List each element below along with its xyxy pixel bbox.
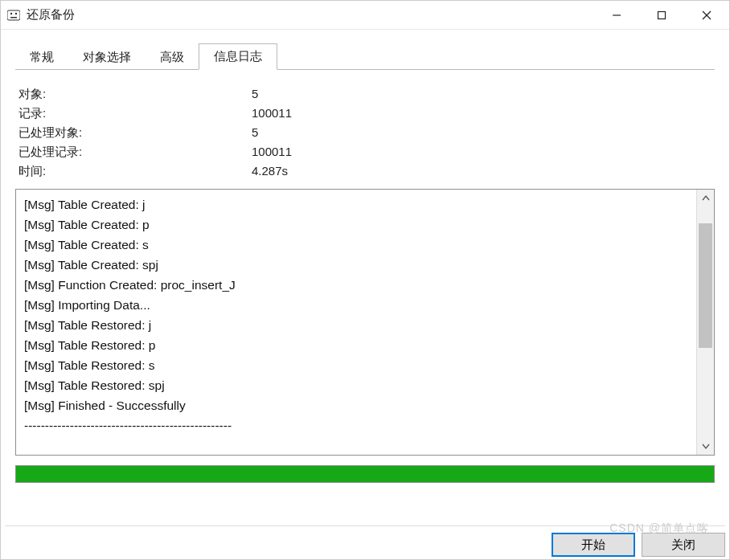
- app-icon: [7, 9, 20, 22]
- tab-message-log[interactable]: 信息日志: [199, 43, 277, 70]
- titlebar: 还原备份: [1, 1, 729, 30]
- log-content[interactable]: [Msg] Table Created: j[Msg] Table Create…: [16, 190, 696, 455]
- close-button[interactable]: 关闭: [642, 533, 725, 557]
- stat-value-objects: 5: [252, 84, 258, 104]
- footer: 开始 关闭: [5, 525, 725, 557]
- close-window-button[interactable]: [684, 1, 729, 29]
- svg-rect-0: [7, 10, 20, 20]
- scroll-up-icon[interactable]: [697, 190, 714, 207]
- scroll-down-icon[interactable]: [697, 437, 714, 455]
- tab-advanced[interactable]: 高级: [146, 45, 199, 70]
- log-box: [Msg] Table Created: j[Msg] Table Create…: [15, 189, 715, 456]
- log-line: [Msg] Table Created: spj: [24, 255, 688, 275]
- scroll-thumb[interactable]: [699, 223, 712, 348]
- stat-row: 记录:100011: [18, 104, 712, 123]
- progress-bar: [15, 465, 715, 483]
- log-line: [Msg] Table Created: p: [24, 215, 688, 235]
- stat-value-records: 100011: [252, 104, 292, 123]
- tab-general[interactable]: 常规: [15, 45, 68, 70]
- log-line: [Msg] Table Restored: spj: [24, 375, 688, 395]
- svg-rect-3: [10, 17, 17, 18]
- log-line: [Msg] Finished - Successfully: [24, 395, 688, 415]
- scroll-track[interactable]: [697, 207, 714, 437]
- stats-panel: 对象:5 记录:100011 已处理对象:5 已处理记录:100011 时间:4…: [15, 70, 715, 189]
- stat-row: 已处理记录:100011: [18, 142, 712, 161]
- log-line: [Msg] Table Restored: p: [24, 335, 688, 355]
- stat-label-processed-records: 已处理记录:: [18, 142, 252, 161]
- log-line: [Msg] Function Created: proc_insert_J: [24, 275, 688, 295]
- svg-point-2: [15, 12, 17, 14]
- log-line: [Msg] Table Restored: s: [24, 355, 688, 375]
- log-line: [Msg] Table Created: s: [24, 235, 688, 255]
- log-line: [Msg] Importing Data...: [24, 295, 688, 315]
- stat-label-time: 时间:: [18, 161, 252, 181]
- start-button[interactable]: 开始: [552, 533, 635, 557]
- scrollbar[interactable]: [696, 190, 714, 455]
- stat-value-processed-objects: 5: [252, 123, 258, 142]
- stat-row: 时间:4.287s: [18, 161, 712, 181]
- log-line: [Msg] Table Created: j: [24, 194, 688, 215]
- minimize-button[interactable]: [594, 1, 639, 29]
- tab-object-selection[interactable]: 对象选择: [68, 45, 146, 70]
- stat-label-records: 记录:: [18, 104, 252, 123]
- stat-label-objects: 对象:: [18, 84, 252, 104]
- maximize-button[interactable]: [639, 1, 684, 29]
- log-line: [Msg] Table Restored: j: [24, 315, 688, 335]
- stat-value-processed-records: 100011: [252, 142, 292, 161]
- window-title: 还原备份: [27, 7, 75, 22]
- stat-label-processed-objects: 已处理对象:: [18, 123, 252, 142]
- svg-point-1: [10, 12, 12, 14]
- svg-rect-5: [658, 11, 666, 18]
- stat-row: 已处理对象:5: [18, 123, 712, 142]
- log-line: ----------------------------------------…: [24, 415, 688, 435]
- tab-row: 常规 对象选择 高级 信息日志: [15, 43, 715, 70]
- stat-row: 对象:5: [18, 84, 712, 104]
- stat-value-time: 4.287s: [252, 161, 288, 181]
